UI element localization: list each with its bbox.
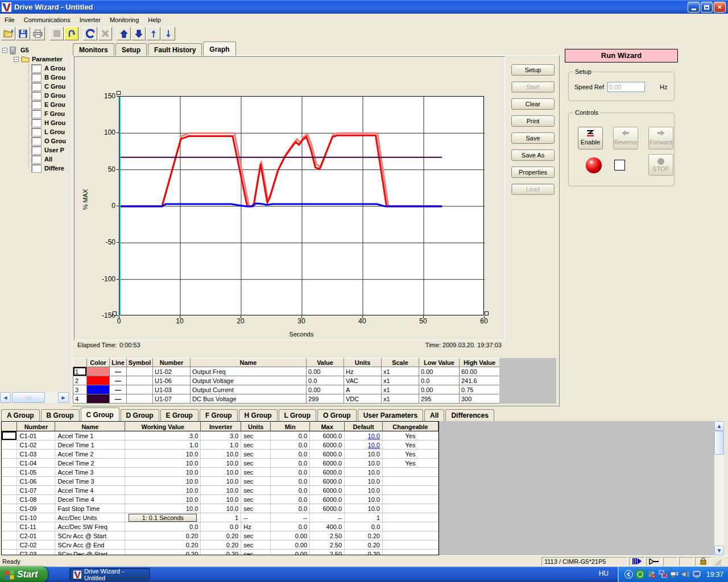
parameter-vertical-scrollbar[interactable]: ▲ ▼ — [714, 421, 724, 555]
setup-button[interactable]: Setup — [511, 64, 555, 76]
row-selector[interactable] — [2, 486, 17, 495]
tree-item-d-grou[interactable]: D Grou — [32, 91, 65, 100]
param-row[interactable]: C2-03SCrv Dec @ Start0.200.20sec0.002.50… — [2, 550, 439, 556]
print-icon[interactable] — [31, 27, 45, 40]
tree-folder-parameter[interactable]: −Parameter — [14, 55, 63, 64]
param-working-value[interactable]: 1.0 — [125, 440, 201, 450]
param-row[interactable]: C1-01Accel Time 13.03.0sec0.06000.010.0Y… — [2, 431, 439, 440]
param-working-value[interactable]: 0.20 — [125, 531, 201, 541]
row-selector[interactable] — [2, 504, 17, 513]
menu-item-monitoring[interactable]: Monitoring — [105, 15, 143, 25]
chart-plot-area[interactable] — [119, 96, 484, 315]
row-selector[interactable] — [2, 550, 17, 556]
param-working-value[interactable]: 1: 0.1 Seconds — [125, 513, 201, 522]
run-wizard-checkbox[interactable] — [614, 160, 625, 171]
scroll-down-icon[interactable] — [161, 27, 175, 40]
group-tab-l-group[interactable]: L Group — [279, 409, 316, 421]
param-working-value[interactable]: 0.20 — [125, 541, 201, 550]
group-tab-h-group[interactable]: H Group — [239, 409, 278, 421]
save-as-button[interactable]: Save As — [511, 149, 555, 161]
param-row[interactable]: C1-08Decel Time 410.010.0sec0.06000.010.… — [2, 495, 439, 504]
tray-app-green-icon[interactable] — [636, 570, 644, 579]
tree-item-c-grou[interactable]: C Grou — [32, 82, 65, 91]
tree-root-g5[interactable]: −G5 — [2, 45, 29, 55]
tree-item-a-grou[interactable]: A Grou — [32, 64, 65, 73]
param-working-value[interactable]: 10.0 — [125, 450, 201, 459]
group-tab-b-group[interactable]: B Group — [41, 409, 80, 421]
scroll-down-arrow-icon[interactable]: ▼ — [714, 546, 724, 555]
tree-item-differe[interactable]: Differe — [32, 164, 64, 173]
scroll-up-icon[interactable] — [146, 27, 160, 40]
language-indicator[interactable]: HU — [596, 568, 611, 579]
default-value-link[interactable]: 10.0 — [368, 433, 380, 439]
scroll-left-arrow-icon[interactable]: ◄ — [0, 392, 11, 403]
forward-button[interactable]: Forward — [648, 127, 673, 149]
save-icon[interactable] — [16, 27, 30, 40]
chart-resize-handle-bottom-right[interactable] — [485, 311, 489, 315]
open-file-icon[interactable] — [1, 27, 15, 40]
menu-item-file[interactable]: File — [0, 15, 19, 25]
scrollbar-thumb[interactable] — [714, 431, 724, 455]
tree-horizontal-scrollbar[interactable]: ◄ |||| ► — [0, 392, 69, 403]
param-row[interactable]: C1-04Decel Time 210.010.0sec0.06000.010.… — [2, 459, 439, 468]
print-button[interactable]: Print — [511, 115, 555, 127]
row-selector[interactable] — [2, 522, 17, 531]
param-working-value[interactable]: 10.0 — [125, 468, 201, 477]
clear-button[interactable]: Clear — [511, 98, 555, 110]
param-row[interactable]: C1-03Accel Time 210.010.0sec0.06000.010.… — [2, 450, 439, 459]
param-row[interactable]: C1-02Decel Time 11.01.0sec0.06000.010.0Y… — [2, 440, 439, 450]
speed-ref-input[interactable] — [607, 82, 645, 92]
row-selector[interactable] — [2, 440, 17, 450]
wireless-monitor-icon[interactable] — [670, 570, 679, 579]
tree-item-all[interactable]: All — [32, 155, 52, 164]
enable-button[interactable]: Enable — [578, 127, 603, 149]
chart-resize-handle-bottom-left[interactable] — [113, 311, 117, 315]
tree-item-h-grou[interactable]: H Grou — [32, 118, 65, 127]
group-tab-e-group[interactable]: E Group — [160, 409, 198, 421]
load-button[interactable]: Load — [511, 184, 555, 195]
scroll-right-arrow-icon[interactable]: ► — [58, 392, 69, 403]
maximize-button[interactable] — [701, 2, 713, 13]
row-selector[interactable] — [2, 459, 17, 468]
param-working-value[interactable]: 10.0 — [125, 477, 201, 486]
param-working-value[interactable]: 3.0 — [125, 431, 201, 440]
properties-button[interactable]: Properties — [511, 167, 555, 178]
legend-row[interactable]: 1—U1-02Output Freq0.00Hzx10.0060.00 — [73, 367, 500, 376]
download-bold-icon[interactable] — [131, 27, 146, 40]
tree-item-user-p[interactable]: User P — [32, 146, 64, 155]
param-row[interactable]: C2-01SCrv Acc @ Start0.200.20sec0.002.50… — [2, 531, 439, 541]
tab-fault-history[interactable]: Fault History — [148, 43, 202, 56]
refresh-icon[interactable] — [83, 27, 97, 40]
reverse-button[interactable]: Reverse — [613, 127, 638, 149]
group-tab-c-group[interactable]: C Group — [81, 408, 119, 421]
tree-item-e-grou[interactable]: E Grou — [32, 100, 65, 109]
start-button[interactable]: Start — [511, 81, 555, 93]
users-offline-icon[interactable] — [647, 570, 656, 579]
param-working-value[interactable]: 10.0 — [125, 486, 201, 495]
tree-item-l-grou[interactable]: L Grou — [32, 127, 65, 136]
legend-row[interactable]: 2—U1-06Output Voltage0.0VACx10.0241.6 — [73, 376, 500, 385]
legend-row[interactable]: 4—U1-07DC Bus Voltage299VDCx1295300 — [73, 394, 500, 404]
collapse-icon[interactable]: − — [2, 48, 7, 53]
param-working-value[interactable]: 0.20 — [125, 550, 201, 556]
taskbar-app-button[interactable]: Drive Wizard - Untitled — [69, 568, 150, 581]
stop-button[interactable]: STOP — [648, 154, 673, 176]
tree-item-o-grou[interactable]: O Grou — [32, 136, 66, 146]
row-selector[interactable] — [2, 531, 17, 541]
redo-icon[interactable] — [64, 27, 78, 40]
chart-resize-handle-top-left[interactable] — [117, 91, 121, 95]
start-button[interactable]: Start — [0, 567, 48, 582]
collapse-icon[interactable]: − — [14, 57, 19, 62]
upload-bold-icon[interactable] — [117, 27, 131, 40]
scroll-up-arrow-icon[interactable]: ▲ — [714, 421, 724, 431]
row-selector[interactable] — [2, 495, 17, 504]
group-tab-o-group[interactable]: O Group — [317, 409, 357, 421]
working-value-dropdown-button[interactable]: 1: 0.1 Seconds — [129, 514, 197, 522]
tree-item-f-grou[interactable]: F Grou — [32, 109, 65, 118]
param-row[interactable]: C1-06Decel Time 310.010.0sec0.06000.010.… — [2, 477, 439, 486]
row-selector[interactable] — [2, 468, 17, 477]
display-settings-icon[interactable] — [693, 570, 701, 579]
tab-setup[interactable]: Setup — [115, 43, 147, 56]
group-tab-user-parameters[interactable]: User Parameters — [358, 409, 423, 421]
param-row[interactable]: C2-02SCrv Acc @ End0.200.20sec0.002.500.… — [2, 541, 439, 550]
